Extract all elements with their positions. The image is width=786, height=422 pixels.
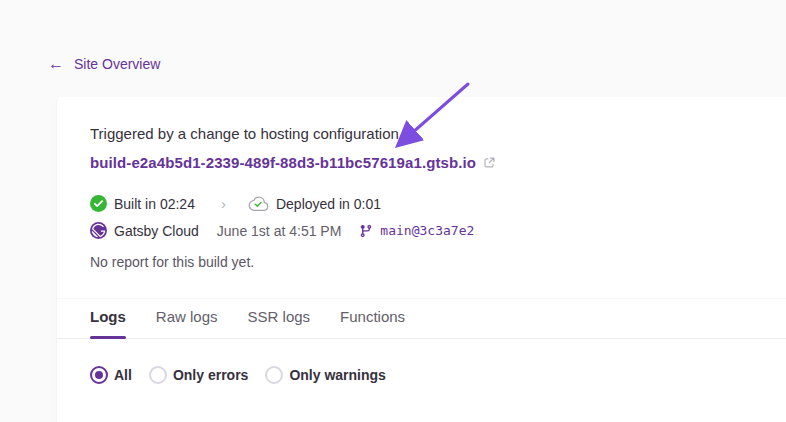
external-link-icon[interactable]: [483, 156, 496, 169]
tab-ssr-logs[interactable]: SSR logs: [248, 308, 311, 338]
build-url-row: build-e2a4b5d1-2339-489f-88d3-b11bc57619…: [90, 154, 754, 171]
cloud-check-icon: [248, 196, 269, 212]
radio-only-warnings-circle: [265, 366, 283, 384]
success-check-circle-icon: [90, 195, 107, 212]
git-branch-icon: [359, 224, 373, 238]
tab-functions-label: Functions: [340, 308, 405, 325]
branch-commit-label: main@3c3a7e2: [380, 223, 474, 238]
radio-only-errors-circle: [149, 366, 167, 384]
platform-label: Gatsby Cloud: [114, 223, 199, 239]
build-timestamp: June 1st at 4:51 PM: [217, 223, 342, 239]
no-report-text: No report for this build yet.: [90, 254, 754, 270]
build-detail-card: Triggered by a change to hosting configu…: [57, 97, 786, 422]
radio-all-circle: [90, 366, 108, 384]
radio-all-label: All: [114, 367, 132, 383]
built-status: Built in 02:24: [90, 195, 195, 212]
radio-only-errors[interactable]: Only errors: [149, 366, 248, 384]
radio-only-warnings-label: Only warnings: [289, 367, 385, 383]
platform-info: Gatsby Cloud: [90, 222, 199, 239]
gatsby-logo-icon: [90, 222, 107, 239]
tab-functions[interactable]: Functions: [340, 308, 405, 338]
build-status-row: Built in 02:24 › Deployed in 0:01: [90, 195, 754, 212]
log-filter-radios: All Only errors Only warnings: [90, 366, 754, 384]
active-tab-indicator: [90, 336, 126, 339]
tab-ssr-logs-label: SSR logs: [248, 308, 311, 325]
back-link-label: Site Overview: [74, 56, 160, 72]
back-arrow-icon: ←: [48, 56, 64, 72]
deployed-duration-label: Deployed in 0:01: [276, 196, 381, 212]
back-to-site-overview-link[interactable]: ← Site Overview: [48, 56, 160, 72]
radio-only-warnings[interactable]: Only warnings: [265, 366, 385, 384]
tab-raw-logs-label: Raw logs: [156, 308, 218, 325]
tab-logs[interactable]: Logs: [90, 308, 126, 338]
build-meta-row: Gatsby Cloud June 1st at 4:51 PM main@3c…: [90, 222, 754, 239]
build-url-link[interactable]: build-e2a4b5d1-2339-489f-88d3-b11bc57619…: [90, 154, 476, 171]
radio-all[interactable]: All: [90, 366, 132, 384]
tab-raw-logs[interactable]: Raw logs: [156, 308, 218, 338]
logs-tab-bar: Logs Raw logs SSR logs Functions: [57, 298, 786, 339]
deployed-status: Deployed in 0:01: [248, 196, 381, 212]
chevron-separator-icon: ›: [221, 196, 226, 211]
build-trigger-text: Triggered by a change to hosting configu…: [90, 125, 754, 142]
built-duration-label: Built in 02:24: [114, 196, 195, 212]
radio-only-errors-label: Only errors: [173, 367, 248, 383]
branch-info[interactable]: main@3c3a7e2: [359, 223, 474, 238]
tab-logs-label: Logs: [90, 308, 126, 325]
